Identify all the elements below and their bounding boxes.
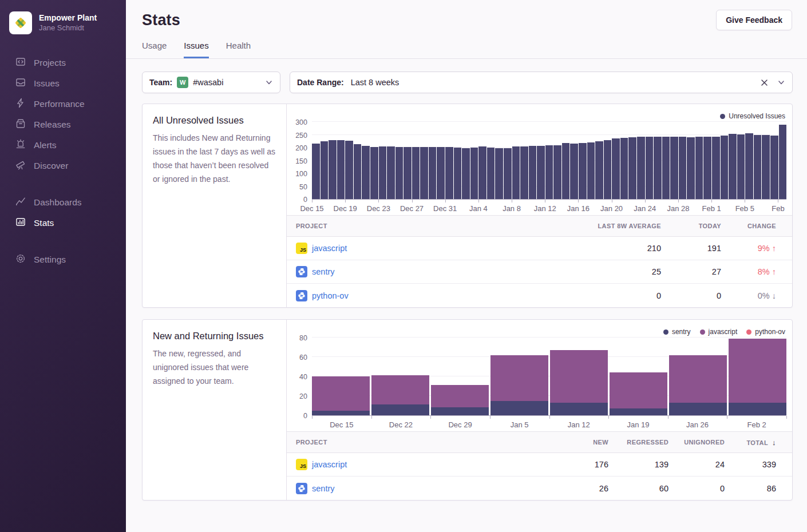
table-header-row: PROJECTNEWREGRESSEDUNIGNOREDTOTAL ↓	[287, 432, 792, 453]
x-tick	[312, 200, 312, 203]
sidebar-nav-primary: ProjectsIssuesPerformanceReleasesAlertsD…	[0, 53, 126, 176]
x-tick	[490, 416, 490, 419]
x-tick	[345, 200, 346, 203]
legend-label: python-ov	[755, 328, 785, 336]
x-tick	[371, 416, 372, 419]
x-tick	[778, 200, 778, 203]
project-link-javascript[interactable]: javascript	[312, 244, 347, 253]
project-link-sentry[interactable]: sentry	[312, 267, 335, 276]
x-tick	[478, 200, 479, 203]
unresolved-bar	[687, 137, 695, 199]
x-tick-label: Dec 27	[400, 204, 424, 213]
unresolved-bar	[404, 147, 412, 199]
legend-dot-icon	[663, 329, 668, 335]
last-8w-average-cell: 210	[569, 244, 661, 253]
legend-label: sentry	[672, 328, 691, 336]
unresolved-bar	[628, 137, 636, 199]
new-returning-issues-table: PROJECTNEWREGRESSEDUNIGNOREDTOTAL ↓JSjav…	[287, 431, 792, 500]
project-link-sentry[interactable]: sentry	[312, 484, 335, 493]
segment-javascript	[610, 372, 667, 408]
stats-tabs: UsageIssuesHealth	[126, 41, 807, 59]
y-tick-label: 100	[295, 170, 307, 178]
project-link-python-ov[interactable]: python-ov	[312, 291, 349, 300]
column-header-regressed: REGRESSED	[608, 439, 668, 446]
x-tick	[545, 200, 545, 203]
unresolved-bar	[412, 147, 420, 199]
segment-javascript	[431, 385, 489, 407]
panel-all-unresolved-issues: All Unresolved Issues This includes New …	[142, 104, 793, 308]
unresolved-bar	[454, 148, 462, 199]
last-8w-average-cell: 0	[569, 291, 661, 300]
column-header-new: NEW	[540, 439, 608, 446]
sidebar-item-issues[interactable]: Issues	[0, 73, 126, 94]
legend-label: javascript	[709, 328, 738, 336]
sidebar-item-alerts[interactable]: Alerts	[0, 135, 126, 156]
panel-unresolved-title: All Unresolved Issues	[153, 115, 276, 126]
column-header-unignored: UNIGNORED	[668, 439, 725, 446]
x-tick	[678, 200, 679, 203]
segment-sentry	[371, 404, 429, 415]
x-tick-label: Jan 28	[667, 204, 689, 213]
unresolved-bar	[321, 141, 329, 199]
sidebar-item-settings[interactable]: Settings	[0, 249, 126, 270]
column-header-total[interactable]: TOTAL ↓	[725, 438, 792, 447]
table-row: sentry2660086	[287, 477, 792, 500]
performance-icon	[15, 98, 26, 110]
give-feedback-button[interactable]: Give Feedback	[716, 10, 792, 30]
unresolved-bar	[712, 137, 720, 199]
date-range-select[interactable]: Date Range: Last 8 weeks	[290, 72, 793, 93]
x-tick-label: Jan 12	[534, 204, 556, 213]
segment-sentry	[312, 411, 370, 416]
segment-sentry	[431, 407, 489, 415]
new-returning-chart-x-axis: Dec 15Dec 22Dec 29Jan 5Jan 12Jan 19Jan 2…	[312, 416, 786, 431]
x-tick	[711, 200, 712, 203]
x-tick	[430, 416, 431, 419]
unresolved-bar	[729, 134, 737, 199]
x-tick-label: Jan 26	[686, 420, 709, 429]
stacked-bar-feb-2	[729, 339, 786, 415]
sidebar-item-label: Dashboards	[34, 197, 82, 208]
unresolved-bar	[529, 146, 537, 199]
team-select[interactable]: Team: W #wasabi	[142, 72, 280, 93]
tab-health[interactable]: Health	[226, 41, 251, 58]
main-content: Stats Give Feedback UsageIssuesHealth Te…	[126, 0, 807, 532]
new-returning-chart: sentryjavascriptpython-ov 020406080 Dec …	[287, 320, 792, 431]
sidebar-item-stats[interactable]: Stats	[0, 213, 126, 233]
sidebar-item-performance[interactable]: Performance	[0, 94, 126, 114]
sidebar-item-dashboards[interactable]: Dashboards	[0, 192, 126, 213]
tab-issues[interactable]: Issues	[184, 41, 208, 58]
x-tick	[378, 200, 379, 203]
tab-usage[interactable]: Usage	[142, 41, 167, 58]
page-header: Stats Give Feedback UsageIssuesHealth	[126, 0, 807, 59]
org-switcher[interactable]: Empower Plant Jane Schmidt	[0, 0, 126, 45]
x-tick	[549, 416, 550, 419]
table-row: python-ov000% ↓	[287, 284, 792, 307]
y-tick-label: 300	[295, 118, 307, 126]
unresolved-bar	[737, 134, 745, 199]
sidebar-item-releases[interactable]: Releases	[0, 114, 126, 135]
filter-row: Team: W #wasabi Date Range: Last 8 weeks	[142, 72, 793, 93]
new-cell: 26	[540, 484, 608, 493]
stacked-bar-jan-19	[610, 372, 667, 415]
y-tick-label: 0	[303, 196, 307, 204]
project-link-javascript[interactable]: javascript	[312, 460, 347, 469]
x-tick-label: Feb 2	[747, 420, 766, 429]
segment-javascript	[669, 355, 727, 403]
x-tick	[312, 416, 312, 419]
unresolved-bar	[721, 136, 729, 199]
app-frame: Empower Plant Jane Schmidt ProjectsIssue…	[0, 0, 807, 532]
unresolved-bar	[420, 147, 428, 199]
clear-date-icon[interactable]	[761, 79, 768, 86]
y-tick-label: 250	[295, 132, 307, 140]
unresolved-bar	[679, 137, 687, 199]
sidebar-nav-footer: Settings	[0, 249, 126, 270]
unresolved-bar	[504, 148, 512, 199]
python-platform-icon	[296, 266, 307, 277]
change-cell: 0% ↓	[721, 291, 792, 300]
x-tick-label: Feb 5	[735, 204, 754, 213]
unresolved-bar	[537, 146, 545, 199]
x-tick	[445, 200, 446, 203]
sidebar-item-projects[interactable]: Projects	[0, 53, 126, 73]
sidebar-item-discover[interactable]: Discover	[0, 156, 126, 176]
y-tick-label: 150	[295, 157, 307, 165]
